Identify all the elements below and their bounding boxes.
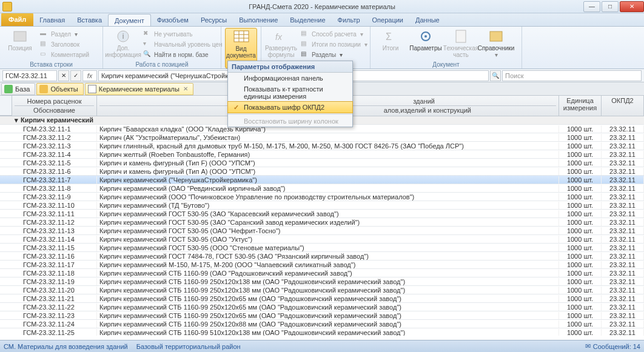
close-button[interactable]: ✕ bbox=[620, 1, 644, 12]
tab-ceramics[interactable]: Керамические материалы ✕ bbox=[85, 83, 193, 95]
table-row[interactable]: ГСМ-23.32.11-3Кирпич глиняный, красный д… bbox=[0, 142, 644, 150]
check-icon bbox=[232, 103, 240, 111]
table-row[interactable]: ГСМ-23.32.11-2Кирпич (АК "Узстройматериа… bbox=[0, 133, 644, 142]
titlebar: ГРАНД-Смета 2020 - Керамические материал… bbox=[0, 0, 644, 13]
dropdown-item-2[interactable]: Показывать шифр ОКПД2 bbox=[227, 101, 353, 113]
status-messages[interactable]: Сообщений: 14 bbox=[593, 343, 640, 350]
book-icon bbox=[488, 29, 505, 44]
tab-base[interactable]: База bbox=[1, 83, 35, 95]
sections-button[interactable]: ▤Разделы▾ bbox=[300, 50, 369, 59]
table-row[interactable]: ГСМ-23.32.11-18Кирпич керамический СТБ 1… bbox=[0, 269, 644, 277]
envelope-icon[interactable]: ✉ bbox=[585, 342, 591, 350]
unit-header[interactable]: Единица измерения bbox=[559, 96, 602, 116]
ribbon-tab-2[interactable]: Документ bbox=[108, 14, 151, 26]
cell-unit: 1000 шт. bbox=[559, 270, 602, 277]
okpd-header[interactable]: ОКПД2 bbox=[602, 96, 644, 116]
confirm-edit-button[interactable]: ✓ bbox=[70, 70, 81, 81]
cell-code: ГСМ-23.32.11-10 bbox=[12, 202, 97, 209]
table-row[interactable]: ГСМ-23.32.11-12Кирпич керамический ГОСТ … bbox=[0, 218, 644, 227]
table-row[interactable]: ГСМ-23.32.11-10Кирпич керамический (ТД "… bbox=[0, 201, 644, 210]
ribbon-tab-8[interactable]: Операции bbox=[366, 14, 409, 26]
cell-unit: 1000 шт. bbox=[559, 320, 602, 328]
table-row[interactable]: ГСМ-23.32.11-5Кирпич и камень фигурный (… bbox=[0, 159, 644, 167]
cancel-edit-button[interactable]: ✕ bbox=[58, 70, 69, 81]
table-row[interactable]: ГСМ-23.32.11-14Кирпич керамический ГОСТ … bbox=[0, 235, 644, 244]
minimize-button[interactable]: — bbox=[583, 1, 600, 12]
cell-okpd: 23.32.11 bbox=[602, 227, 644, 234]
cell-okpd: 23.32.11 bbox=[602, 176, 644, 184]
cell-ref-box[interactable]: ГСМ-23.32.11 bbox=[2, 70, 57, 81]
cell-code: ГСМ-23.32.11-11 bbox=[12, 210, 97, 218]
ribbon-tab-3[interactable]: Физобъем bbox=[151, 14, 195, 26]
table-row[interactable]: ГСМ-23.32.11-21Кирпич керамический СТБ 1… bbox=[0, 294, 644, 303]
ribbon-tab-0[interactable]: Главная bbox=[33, 14, 71, 26]
cell-unit: 1000 шт. bbox=[559, 329, 602, 336]
cell-name: Кирпич керамический ГОСТ 7484-78, ГОСТ 5… bbox=[97, 253, 559, 260]
table-row[interactable]: ГСМ-23.32.11-16Кирпич керамический ГОСТ … bbox=[0, 252, 644, 261]
code-header[interactable]: Номера расценок Обоснование bbox=[12, 96, 97, 116]
cell-code: ГСМ-23.32.11-23 bbox=[12, 312, 97, 319]
table-row[interactable]: ГСМ-23.32.11-19Кирпич керамический СТБ 1… bbox=[0, 277, 644, 286]
cell-okpd: 23.32.11 bbox=[602, 236, 644, 243]
section-icon: ▬ bbox=[40, 30, 49, 38]
cell-okpd: 23.32.11 bbox=[602, 295, 644, 302]
ribbon-tab-4[interactable]: Ресурсы bbox=[195, 14, 233, 26]
window-title: ГРАНД-Смета 2020 - Керамические материал… bbox=[249, 3, 395, 10]
tab-objects[interactable]: Объекты bbox=[36, 83, 83, 95]
cell-name: Кирпич (АК "Узстройматериалы", Узбекиста… bbox=[97, 134, 559, 141]
tab-close-button[interactable]: ✕ bbox=[183, 85, 188, 92]
cell-name: Кирпич керамический СТБ 1160-99 (ОАО "Ра… bbox=[97, 270, 559, 277]
table-row[interactable]: ГСМ-23.32.11-11Кирпич керамический ГОСТ … bbox=[0, 210, 644, 218]
table-row[interactable]: ГСМ-23.32.11-15Кирпич керамический ГОСТ … bbox=[0, 244, 644, 252]
ribbon-tab-1[interactable]: Вставка bbox=[71, 14, 108, 26]
cell-name: Кирпич керамический ГОСТ 530-95 (ЗАО "Са… bbox=[97, 219, 559, 226]
cell-okpd: 23.32.11 bbox=[602, 142, 644, 150]
header-button[interactable]: ▤Заголовок bbox=[39, 39, 90, 49]
table-row[interactable]: ГСМ-23.32.11-13Кирпич керамический ГОСТ … bbox=[0, 227, 644, 235]
table-body[interactable]: ▾Кирпич керамическийГСМ-23.32.11-1Кирпич… bbox=[0, 116, 644, 336]
cell-code: ГСМ-23.32.11-1 bbox=[12, 125, 97, 133]
table-row[interactable]: ГСМ-23.32.11-20Кирпич керамический СТБ 1… bbox=[0, 286, 644, 294]
comment-button[interactable]: ▭Комментарий bbox=[39, 50, 90, 59]
file-tab[interactable]: Файл bbox=[1, 13, 33, 26]
table-row[interactable]: ГСМ-23.32.11-9Кирпич керамический (ООО "… bbox=[0, 193, 644, 201]
table-row[interactable]: ГСМ-23.32.11-8Кирпич керамический (ОАО "… bbox=[0, 184, 644, 193]
cell-name: Кирпич керамический ГОСТ 530-95 (ОАО "Не… bbox=[97, 227, 559, 234]
table-row[interactable]: ГСМ-23.32.11-7Кирпич керамический ("Черн… bbox=[0, 176, 644, 184]
db-icon bbox=[4, 85, 13, 93]
dropdown-item-1[interactable]: Показывать к-т кратности единицы измерен… bbox=[228, 84, 352, 102]
cell-okpd: 23.32.11 bbox=[602, 278, 644, 285]
section-button[interactable]: ▬Раздел▾ bbox=[39, 29, 90, 39]
fx-button[interactable]: fx bbox=[82, 70, 97, 81]
cell-code: ГСМ-23.32.11-4 bbox=[12, 151, 97, 158]
cell-name: Кирпич керамический М-150, М-175, М-200 … bbox=[97, 261, 559, 268]
ribbon-tab-6[interactable]: Выделение bbox=[284, 14, 331, 26]
maximize-button[interactable]: □ bbox=[602, 1, 619, 12]
svg-rect-3 bbox=[234, 31, 249, 42]
search-input[interactable]: Поиск bbox=[502, 70, 642, 81]
ribbon-tab-7[interactable]: Фильтр bbox=[332, 14, 366, 26]
table-row[interactable]: ГСМ-23.32.11-6Кирпич и камень фигурный (… bbox=[0, 167, 644, 176]
calcmethod-button[interactable]: ▤Способ расчета▾ bbox=[300, 29, 369, 39]
cell-unit: 1000 шт. bbox=[559, 227, 602, 234]
dontcount-button[interactable]: ✖Не учитывать bbox=[142, 29, 230, 39]
table-row[interactable]: ГСМ-23.32.11-23Кирпич керамический СТБ 1… bbox=[0, 311, 644, 320]
table-row[interactable]: ГСМ-23.32.11-24Кирпич керамический СТБ 1… bbox=[0, 320, 644, 328]
table-row[interactable]: ГСМ-23.32.11-17Кирпич керамический М-150… bbox=[0, 261, 644, 269]
cell-unit: 1000 шт. bbox=[559, 142, 602, 150]
app-icon bbox=[2, 2, 12, 12]
cell-okpd: 23.32.11 bbox=[602, 312, 644, 319]
table-row[interactable]: ГСМ-23.32.11-4Кирпич желтый (Roeben Tonb… bbox=[0, 150, 644, 159]
dropdown-item-0[interactable]: Информационная панель bbox=[228, 73, 352, 84]
findnorm-button[interactable]: 🔍Найти в норм. базе bbox=[142, 50, 230, 59]
ribbon-tab-5[interactable]: Выполнение bbox=[233, 14, 284, 26]
table-row[interactable]: ГСМ-23.32.11-25Кирпич керамический СТБ 1… bbox=[0, 328, 644, 336]
table-row[interactable]: ГСМ-23.32.11-22Кирпич керамический СТБ 1… bbox=[0, 303, 644, 311]
cell-okpd: 23.32.11 bbox=[602, 320, 644, 328]
cell-unit: 1000 шт. bbox=[559, 219, 602, 226]
itogi-label: Итоги bbox=[383, 45, 398, 51]
pricelevel-button[interactable]: ▾Начальный уровень цен▾ bbox=[142, 39, 230, 49]
search-go-button[interactable]: 🔍 bbox=[490, 70, 501, 81]
positotals-button[interactable]: ▤Итоги по позиции▾ bbox=[300, 39, 369, 49]
ribbon-tab-9[interactable]: Данные bbox=[409, 14, 446, 26]
